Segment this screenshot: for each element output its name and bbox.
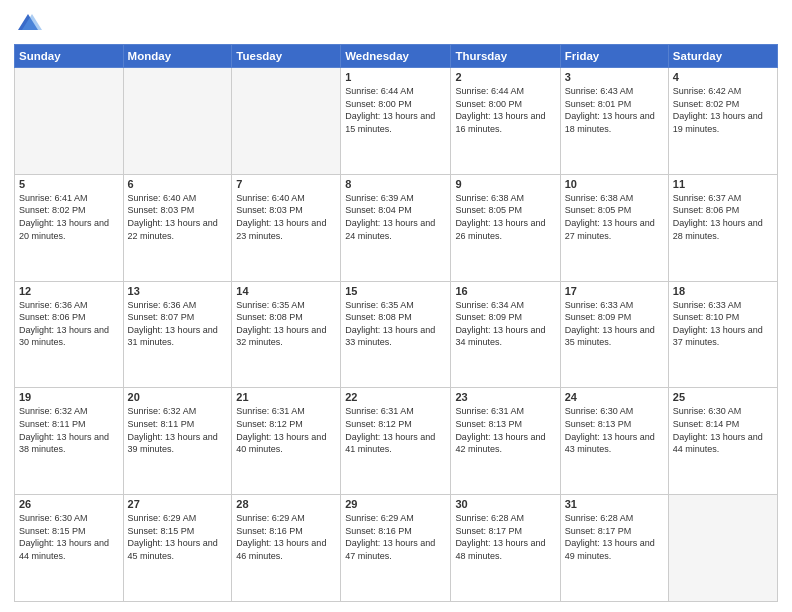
day-number: 4: [673, 71, 773, 83]
day-info: Sunrise: 6:29 AM Sunset: 8:16 PM Dayligh…: [345, 512, 446, 562]
day-number: 26: [19, 498, 119, 510]
day-info: Sunrise: 6:44 AM Sunset: 8:00 PM Dayligh…: [345, 85, 446, 135]
day-cell: 9Sunrise: 6:38 AM Sunset: 8:05 PM Daylig…: [451, 174, 560, 281]
day-info: Sunrise: 6:30 AM Sunset: 8:15 PM Dayligh…: [19, 512, 119, 562]
day-info: Sunrise: 6:29 AM Sunset: 8:16 PM Dayligh…: [236, 512, 336, 562]
day-cell: 6Sunrise: 6:40 AM Sunset: 8:03 PM Daylig…: [123, 174, 232, 281]
day-info: Sunrise: 6:34 AM Sunset: 8:09 PM Dayligh…: [455, 299, 555, 349]
day-number: 30: [455, 498, 555, 510]
day-number: 8: [345, 178, 446, 190]
day-cell: 21Sunrise: 6:31 AM Sunset: 8:12 PM Dayli…: [232, 388, 341, 495]
day-cell: 27Sunrise: 6:29 AM Sunset: 8:15 PM Dayli…: [123, 495, 232, 602]
day-cell: 23Sunrise: 6:31 AM Sunset: 8:13 PM Dayli…: [451, 388, 560, 495]
day-number: 1: [345, 71, 446, 83]
day-cell: 25Sunrise: 6:30 AM Sunset: 8:14 PM Dayli…: [668, 388, 777, 495]
day-cell: 16Sunrise: 6:34 AM Sunset: 8:09 PM Dayli…: [451, 281, 560, 388]
col-header-thursday: Thursday: [451, 45, 560, 68]
col-header-tuesday: Tuesday: [232, 45, 341, 68]
day-number: 2: [455, 71, 555, 83]
day-number: 21: [236, 391, 336, 403]
col-header-sunday: Sunday: [15, 45, 124, 68]
day-cell: 18Sunrise: 6:33 AM Sunset: 8:10 PM Dayli…: [668, 281, 777, 388]
day-info: Sunrise: 6:30 AM Sunset: 8:13 PM Dayligh…: [565, 405, 664, 455]
day-number: 25: [673, 391, 773, 403]
day-info: Sunrise: 6:31 AM Sunset: 8:12 PM Dayligh…: [236, 405, 336, 455]
day-cell: 17Sunrise: 6:33 AM Sunset: 8:09 PM Dayli…: [560, 281, 668, 388]
day-cell: 12Sunrise: 6:36 AM Sunset: 8:06 PM Dayli…: [15, 281, 124, 388]
day-cell: 30Sunrise: 6:28 AM Sunset: 8:17 PM Dayli…: [451, 495, 560, 602]
day-cell: 3Sunrise: 6:43 AM Sunset: 8:01 PM Daylig…: [560, 68, 668, 175]
week-row-3: 19Sunrise: 6:32 AM Sunset: 8:11 PM Dayli…: [15, 388, 778, 495]
day-info: Sunrise: 6:31 AM Sunset: 8:12 PM Dayligh…: [345, 405, 446, 455]
day-number: 22: [345, 391, 446, 403]
day-cell: 29Sunrise: 6:29 AM Sunset: 8:16 PM Dayli…: [341, 495, 451, 602]
week-row-0: 1Sunrise: 6:44 AM Sunset: 8:00 PM Daylig…: [15, 68, 778, 175]
col-header-friday: Friday: [560, 45, 668, 68]
day-cell: 10Sunrise: 6:38 AM Sunset: 8:05 PM Dayli…: [560, 174, 668, 281]
day-number: 24: [565, 391, 664, 403]
day-cell: [15, 68, 124, 175]
day-info: Sunrise: 6:41 AM Sunset: 8:02 PM Dayligh…: [19, 192, 119, 242]
logo-icon: [14, 10, 42, 38]
day-cell: 15Sunrise: 6:35 AM Sunset: 8:08 PM Dayli…: [341, 281, 451, 388]
day-cell: 20Sunrise: 6:32 AM Sunset: 8:11 PM Dayli…: [123, 388, 232, 495]
day-info: Sunrise: 6:38 AM Sunset: 8:05 PM Dayligh…: [455, 192, 555, 242]
day-number: 18: [673, 285, 773, 297]
day-number: 14: [236, 285, 336, 297]
day-cell: [668, 495, 777, 602]
day-number: 7: [236, 178, 336, 190]
day-info: Sunrise: 6:30 AM Sunset: 8:14 PM Dayligh…: [673, 405, 773, 455]
day-info: Sunrise: 6:28 AM Sunset: 8:17 PM Dayligh…: [565, 512, 664, 562]
day-cell: 19Sunrise: 6:32 AM Sunset: 8:11 PM Dayli…: [15, 388, 124, 495]
col-header-saturday: Saturday: [668, 45, 777, 68]
day-number: 9: [455, 178, 555, 190]
day-info: Sunrise: 6:35 AM Sunset: 8:08 PM Dayligh…: [236, 299, 336, 349]
col-header-wednesday: Wednesday: [341, 45, 451, 68]
day-info: Sunrise: 6:40 AM Sunset: 8:03 PM Dayligh…: [236, 192, 336, 242]
day-cell: 7Sunrise: 6:40 AM Sunset: 8:03 PM Daylig…: [232, 174, 341, 281]
day-cell: 13Sunrise: 6:36 AM Sunset: 8:07 PM Dayli…: [123, 281, 232, 388]
day-cell: 11Sunrise: 6:37 AM Sunset: 8:06 PM Dayli…: [668, 174, 777, 281]
day-cell: [123, 68, 232, 175]
day-info: Sunrise: 6:39 AM Sunset: 8:04 PM Dayligh…: [345, 192, 446, 242]
day-number: 10: [565, 178, 664, 190]
day-cell: 1Sunrise: 6:44 AM Sunset: 8:00 PM Daylig…: [341, 68, 451, 175]
day-info: Sunrise: 6:40 AM Sunset: 8:03 PM Dayligh…: [128, 192, 228, 242]
day-info: Sunrise: 6:32 AM Sunset: 8:11 PM Dayligh…: [128, 405, 228, 455]
week-row-2: 12Sunrise: 6:36 AM Sunset: 8:06 PM Dayli…: [15, 281, 778, 388]
header: [14, 10, 778, 38]
day-number: 13: [128, 285, 228, 297]
day-number: 16: [455, 285, 555, 297]
day-info: Sunrise: 6:33 AM Sunset: 8:09 PM Dayligh…: [565, 299, 664, 349]
day-number: 20: [128, 391, 228, 403]
day-cell: 5Sunrise: 6:41 AM Sunset: 8:02 PM Daylig…: [15, 174, 124, 281]
day-number: 27: [128, 498, 228, 510]
logo: [14, 10, 46, 38]
week-row-4: 26Sunrise: 6:30 AM Sunset: 8:15 PM Dayli…: [15, 495, 778, 602]
day-info: Sunrise: 6:36 AM Sunset: 8:07 PM Dayligh…: [128, 299, 228, 349]
day-number: 6: [128, 178, 228, 190]
calendar-header-row: SundayMondayTuesdayWednesdayThursdayFrid…: [15, 45, 778, 68]
day-cell: 22Sunrise: 6:31 AM Sunset: 8:12 PM Dayli…: [341, 388, 451, 495]
day-info: Sunrise: 6:29 AM Sunset: 8:15 PM Dayligh…: [128, 512, 228, 562]
day-number: 31: [565, 498, 664, 510]
day-info: Sunrise: 6:35 AM Sunset: 8:08 PM Dayligh…: [345, 299, 446, 349]
day-info: Sunrise: 6:37 AM Sunset: 8:06 PM Dayligh…: [673, 192, 773, 242]
day-number: 15: [345, 285, 446, 297]
day-info: Sunrise: 6:44 AM Sunset: 8:00 PM Dayligh…: [455, 85, 555, 135]
day-number: 28: [236, 498, 336, 510]
week-row-1: 5Sunrise: 6:41 AM Sunset: 8:02 PM Daylig…: [15, 174, 778, 281]
col-header-monday: Monday: [123, 45, 232, 68]
day-info: Sunrise: 6:32 AM Sunset: 8:11 PM Dayligh…: [19, 405, 119, 455]
day-cell: 14Sunrise: 6:35 AM Sunset: 8:08 PM Dayli…: [232, 281, 341, 388]
day-info: Sunrise: 6:33 AM Sunset: 8:10 PM Dayligh…: [673, 299, 773, 349]
day-info: Sunrise: 6:36 AM Sunset: 8:06 PM Dayligh…: [19, 299, 119, 349]
day-info: Sunrise: 6:42 AM Sunset: 8:02 PM Dayligh…: [673, 85, 773, 135]
day-number: 17: [565, 285, 664, 297]
day-cell: 8Sunrise: 6:39 AM Sunset: 8:04 PM Daylig…: [341, 174, 451, 281]
page: SundayMondayTuesdayWednesdayThursdayFrid…: [0, 0, 792, 612]
day-number: 23: [455, 391, 555, 403]
day-number: 3: [565, 71, 664, 83]
day-info: Sunrise: 6:38 AM Sunset: 8:05 PM Dayligh…: [565, 192, 664, 242]
day-cell: 2Sunrise: 6:44 AM Sunset: 8:00 PM Daylig…: [451, 68, 560, 175]
